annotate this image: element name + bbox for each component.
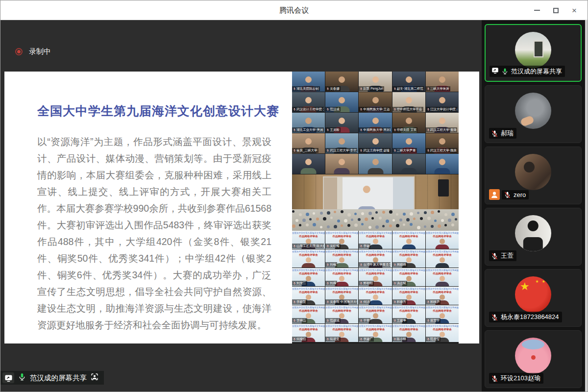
tile-name: 郑明明 [363, 281, 373, 285]
remote-video-tile: 武汉工程大学·魏振 [426, 133, 459, 153]
minimize-button[interactable] [528, 2, 546, 18]
recording-label: 录制中 [29, 47, 51, 56]
screen-share-banner[interactable]: 范汉成的屏幕共享 [0, 371, 104, 385]
participant-tile[interactable]: 范汉成的屏幕共享 [485, 24, 582, 82]
tile-name: 李敏 [363, 244, 369, 248]
maximize-button[interactable] [546, 2, 565, 18]
tile-name: 吴春晖·中国海洋大学 [330, 300, 357, 304]
projection-screen [324, 177, 414, 215]
tile-name: 范汉成 [330, 107, 340, 111]
remote-video-tile: 全国大中学生第九届海洋文化创意设计大赛 作品网络评审会 [292, 249, 325, 268]
tile-watermark-title: 全国大中学生第九届海洋文化创意设计大赛 [392, 269, 425, 271]
participant-tile[interactable]: zero [485, 147, 582, 204]
tile-name: 武汉工程大学·魏振 [430, 148, 457, 152]
screen-share-icon [2, 372, 14, 383]
tile-name-chip: 武汉工程大学·曼隆 [426, 127, 458, 132]
remote-video-tile: 华中师范大学庄奋 [392, 92, 425, 112]
participant-name: 郝瑞 [501, 129, 514, 138]
remote-video-tile: 华师美院 艾双 [392, 113, 425, 133]
tile-name: 王建丰 [397, 318, 407, 322]
tile-watermark-title: 全国大中学生第九届海洋文化创意设计大赛 [325, 250, 358, 253]
participant-tile[interactable]: 郝瑞 [485, 85, 582, 143]
tile-watermark-title: 全国大中学生第九届海洋文化创意设计大赛 [325, 288, 358, 290]
remote-video-tile: 全国大中学生第九届海洋文化创意设计大赛 作品网络评审会 吴春晖·中国海洋大学 [325, 287, 358, 305]
participant-name: zero [514, 191, 526, 198]
tile-name: 中南民族大学 黑层群 [363, 128, 391, 132]
remote-video-tile: 金泉_三峡大学 [292, 133, 325, 153]
titlebar[interactable]: 腾讯会议 × [0, 0, 588, 20]
tile-name-chip: 江汉大学设计学院 卢 [426, 107, 458, 112]
remote-video-tile: 全国大中学生第九届海洋文化创意设计大赛 作品网络评审会 何洁 [359, 287, 392, 305]
remote-video-tile: 全国大中学生第九届海洋文化创意设计大赛 作品网络评审会 台湾中原大学黄圣宗 [359, 249, 392, 268]
tile-name: 李映山 [296, 318, 306, 322]
remote-gallery-collage: 湖北美院陈志钊 吴春娜 彭慧 PengJun 赵文·湖北第二师范 [292, 72, 459, 343]
tile-name-chip: 王建丰 [392, 318, 408, 323]
tile-name: 周晓峰 [397, 263, 407, 267]
tile-name-chip: 武汉设计工程学院·王 [292, 107, 324, 112]
remote-video-tile: 全国大中学生第九届海洋文化创意设计大赛 作品网络评审会 于哲 [359, 305, 392, 323]
remote-video-tile: 武汉工程大学·李华卫 [325, 133, 358, 153]
tile-name-chip: 山东工艺美院 陈大雨 [292, 244, 324, 248]
remote-video-tile: 湖北工业大学·关洲 [292, 113, 325, 133]
tile-name-chip: 周晓峰 [392, 262, 408, 267]
tile-watermark-title: 全国大中学生第九届海洋文化创意设计大赛 [292, 232, 325, 234]
tile-name-chip: 彭慧 PengJun [359, 86, 384, 91]
tile-name: 华中师范大学庄奋 [397, 107, 422, 111]
tile-name: 郭线庐 [430, 300, 440, 304]
tile-name-chip: 刘电 [325, 262, 337, 267]
remote-video-tile: 彭慧 PengJun [359, 72, 392, 92]
remote-video-tile: 全国大中学生第九届海洋文化创意设计大赛 作品网络评审会 范圣玺 [426, 324, 459, 342]
sidebar-scrollbar[interactable] [585, 20, 588, 392]
close-icon: × [572, 6, 577, 15]
avatar [515, 215, 551, 251]
tile-name-chip: 陆道意 [325, 337, 341, 342]
tile-name-chip: 湖北工业大学·关洲 [292, 127, 324, 132]
participant-tile[interactable]: 杨永泰18723864824 [485, 269, 582, 327]
tile-watermark-title: 全国大中学生第九届海洋文化创意设计大赛 [359, 250, 392, 253]
mic-muted-icon [393, 338, 396, 341]
document-title: 全国大中学生第九届海洋文化创意设计大赛 [37, 103, 271, 119]
participant-name-chip: 范汉成的屏幕共享 [490, 66, 565, 77]
tile-name-chip: 李建广 [359, 337, 374, 342]
tile-name: 何瘦伯 [296, 337, 306, 341]
person-figure [431, 158, 454, 174]
tile-watermark-title: 全国大中学生第九届海洋文化创意设计大赛 [359, 232, 392, 234]
remote-video-tile: 全国大中学生第九届海洋文化创意设计大赛 作品网络评审会 [426, 249, 459, 268]
tile-name-chip: 吴春娜 [325, 86, 341, 91]
mic-muted-icon [360, 319, 363, 322]
remote-video-tile: 全国大中学生第九届海洋文化创意设计大赛 作品网络评审会 吴红梅 [325, 231, 358, 249]
avatar [515, 93, 551, 129]
mic-muted-icon [427, 108, 430, 111]
recording-indicator[interactable]: 录制中 [15, 47, 51, 56]
participant-label-row: 环设2103赵瑜 [489, 373, 543, 384]
tile-watermark-title: 全国大中学生第九届海洋文化创意设计大赛 [325, 232, 358, 234]
remote-video-tile: 全国大中学生第九届海洋文化创意设计大赛 作品网络评审会 李建广 [359, 324, 392, 342]
person-figure [431, 271, 454, 286]
person-figure [431, 253, 454, 268]
mic-muted-icon [427, 319, 430, 322]
tile-watermark-title: 全国大中学生第九届海洋文化创意设计大赛 [359, 269, 392, 271]
tile-name: 刘电 [330, 263, 336, 267]
mic-muted-icon [360, 245, 363, 247]
remote-video-tile: 全国大中学生第九届海洋文化创意设计大赛 作品网络评审会 李映山 [292, 305, 325, 323]
remote-video-tile: 三峡大学朱涛 [426, 72, 459, 92]
mic-muted-icon [293, 300, 296, 303]
mic-muted-icon [393, 263, 396, 266]
tile-name-chip: 湖北美院陈志钊 [292, 86, 320, 91]
person-figure [297, 158, 320, 174]
remote-video-tile [292, 154, 325, 174]
mic-muted-icon [293, 128, 296, 131]
mic-muted-icon [393, 108, 396, 111]
minimize-icon [534, 10, 540, 11]
participant-tile[interactable]: 王萱 [485, 208, 582, 266]
mic-muted-icon [393, 87, 396, 90]
tile-watermark-title: 全国大中学生第九届海洋文化创意设计大赛 [392, 306, 425, 309]
maximize-icon [553, 8, 559, 13]
close-button[interactable]: × [565, 2, 584, 18]
participant-name-chip: 郝瑞 [489, 128, 516, 139]
remote-video-tile: 王灵毅 [325, 113, 358, 133]
participant-tile[interactable]: 环设2103赵瑜 [485, 330, 582, 388]
tile-name: 三峡大学朱涛 [430, 87, 449, 91]
mic-muted-icon [293, 319, 296, 322]
tile-watermark-title: 全国大中学生第九届海洋文化创意设计大赛 [325, 269, 358, 271]
